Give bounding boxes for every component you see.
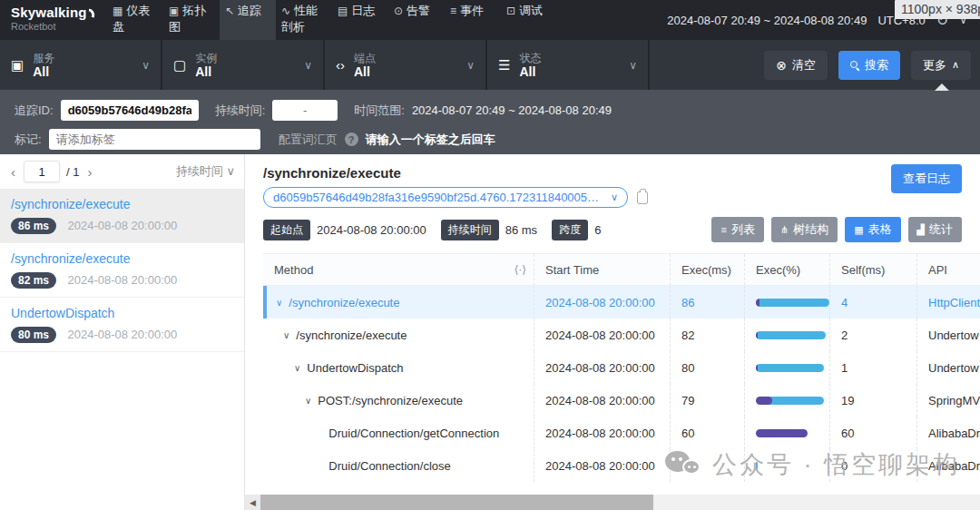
trace-list-item[interactable]: /synchronize/execute 86 ms 2024-08-08 20… <box>0 189 244 243</box>
trace-endpoint-name[interactable]: /synchronize/execute <box>11 251 233 266</box>
span-api: SpringMVC <box>916 384 980 417</box>
nav-item-topology[interactable]: ▣拓扑图 <box>163 0 220 40</box>
tag-input[interactable] <box>49 129 260 150</box>
nav-label: 日志 <box>351 4 375 17</box>
nav-item-alarm[interactable]: ⊙告警 <box>388 0 445 40</box>
view-logs-button[interactable]: 查看日志 <box>891 164 962 193</box>
trace-list-item[interactable]: /synchronize/execute 82 ms 2024-08-08 20… <box>0 243 244 298</box>
sort-dropdown[interactable]: 持续时间 ∨ <box>176 163 235 180</box>
filter-select-service[interactable]: ▣ 服务 All ∨ <box>0 40 162 90</box>
filter-label: 实例 <box>195 52 304 64</box>
horizontal-scrollbar[interactable]: ◀ <box>245 495 980 510</box>
span-start-time: 2024-08-08 20:00:00 <box>534 384 670 417</box>
view-icon: ▦ <box>854 224 863 236</box>
column-header[interactable]: Self(ms)⟨·⟩ <box>829 254 916 285</box>
trace-id-select[interactable]: d6059b57646d49b28fa316e9590bf25d.4760.17… <box>263 187 628 208</box>
chevron-down-icon[interactable]: ∨ <box>305 396 311 406</box>
view-icon: ▟ <box>917 224 925 236</box>
filter-label: 端点 <box>354 52 466 64</box>
column-header-label: API <box>928 263 947 277</box>
table-row[interactable]: ∨/synchronize/execute 2024-08-08 20:00:0… <box>263 286 980 319</box>
trace-endpoint-name[interactable]: UndertowDispatch <box>11 306 233 320</box>
column-resize-icon[interactable]: ⟨·⟩ <box>514 263 526 276</box>
span-method[interactable]: /synchronize/execute <box>289 296 399 309</box>
chevron-up-icon: ∧ <box>952 59 959 71</box>
nav-item-profile[interactable]: ∿性能剖析 <box>276 0 332 40</box>
page-total: / 1 <box>66 165 79 179</box>
app-logo[interactable]: Skywalking Rocketbot <box>0 0 107 40</box>
prev-page-icon[interactable]: ‹ <box>9 164 17 180</box>
view-toggle-button[interactable]: ≡列表 <box>711 217 763 242</box>
vocab-page-link[interactable]: 配置词汇页 <box>279 132 338 148</box>
self-time-bar <box>756 429 808 437</box>
table-row[interactable]: ∨UndertowDispatch 2024-08-08 20:00:00 80… <box>263 351 980 384</box>
view-toggle-button[interactable]: ⋔树结构 <box>771 217 838 242</box>
span-self-ms: 60 <box>829 417 916 449</box>
trace-list: /synchronize/execute 86 ms 2024-08-08 20… <box>0 189 244 352</box>
nav-item-debug[interactable]: ⊡调试 <box>501 0 557 40</box>
scrollbar-thumb[interactable] <box>260 495 653 510</box>
page-number-input[interactable] <box>24 161 60 182</box>
filter-select-instance[interactable]: ▢ 实例 All ∨ <box>162 40 325 90</box>
filter-select-status[interactable]: ☰ 状态 All ∨ <box>487 40 650 90</box>
filter-value: All <box>519 64 629 79</box>
span-method[interactable]: POST:/synchronize/execute <box>318 394 463 407</box>
trace-endpoint-name[interactable]: /synchronize/execute <box>11 197 233 211</box>
trace-title: /synchronize/execute <box>263 165 980 181</box>
copy-icon[interactable] <box>637 191 648 204</box>
trace-id-value: d6059b57646d49b28fa316e9590bf25d.4760.17… <box>273 191 605 204</box>
chevron-down-icon: ∨ <box>466 59 475 72</box>
nav-item-event[interactable]: ≡事件 <box>445 0 501 40</box>
span-exec-pct-cell <box>744 286 829 319</box>
scroll-left-icon[interactable]: ◀ <box>245 495 260 510</box>
column-header[interactable]: Exec(ms)⟨·⟩ <box>670 254 744 285</box>
duration-badge: 80 ms <box>11 327 56 343</box>
filter-actions: ⊗清空 搜索 更多∧ <box>764 40 980 90</box>
span-start-time: 2024-08-08 20:00:00 <box>534 351 670 384</box>
view-label: 树结构 <box>793 221 828 238</box>
view-toggle-button[interactable]: ▟统计 <box>908 217 962 242</box>
span-method[interactable]: /synchronize/execute <box>296 329 407 342</box>
help-icon[interactable]: ? <box>345 132 358 146</box>
chevron-down-icon[interactable]: ∨ <box>294 363 300 373</box>
table-row[interactable]: ∨Druid/Connection/close 2024-08-08 20:00… <box>263 449 980 482</box>
column-header[interactable]: Start Time⟨·⟩ <box>534 254 670 285</box>
search-button[interactable]: 搜索 <box>838 51 900 80</box>
span-api: Undertow <box>916 351 980 384</box>
view-toggle-button[interactable]: ▦表格 <box>845 217 900 242</box>
duration-input[interactable] <box>272 100 338 121</box>
table-row[interactable]: ∨POST:/synchronize/execute 2024-08-08 20… <box>263 384 980 417</box>
table-row[interactable]: ∨Druid/Connection/getConnection 2024-08-… <box>263 417 980 449</box>
trace-start-time: 2024-08-08 20:00:00 <box>67 219 177 232</box>
nav-item-log[interactable]: ▤日志 <box>332 0 388 40</box>
column-header[interactable]: Method⟨·⟩ <box>263 254 534 285</box>
trace-list-item[interactable]: UndertowDispatch 80 ms 2024-08-08 20:00:… <box>0 298 244 352</box>
table-row[interactable]: ∨/synchronize/execute 2024-08-08 20:00:0… <box>263 319 980 351</box>
span-exec-ms: 60 <box>670 417 744 449</box>
filter-select-endpoint[interactable]: ‹› 端点 All ∨ <box>325 40 487 90</box>
span-method[interactable]: Druid/Connection/getConnection <box>328 427 499 440</box>
span-method[interactable]: Druid/Connection/close <box>328 459 450 473</box>
logo-title: Skywalking <box>11 5 94 20</box>
filter-value: All <box>354 64 466 79</box>
next-page-icon[interactable]: › <box>85 164 93 180</box>
duration-value: 86 ms <box>505 223 537 237</box>
chevron-down-icon[interactable]: ∨ <box>276 298 282 308</box>
span-method[interactable]: UndertowDispatch <box>307 361 403 375</box>
pagination-bar: ‹ / 1 › 持续时间 ∨ <box>0 154 244 189</box>
service-icon: ▣ <box>11 57 24 74</box>
span-api: AlibabaDruid <box>916 449 980 482</box>
trace-id-input[interactable] <box>61 100 199 121</box>
span-exec-ms: 82 <box>670 319 744 351</box>
column-header[interactable]: Exec(%)⟨·⟩ <box>744 254 829 285</box>
chevron-down-icon[interactable]: ∨ <box>283 330 289 340</box>
more-button[interactable]: 更多∧ <box>911 51 971 80</box>
self-time-bar <box>756 299 760 307</box>
time-range-display[interactable]: 2024-08-07 20:49 ~ 2024-08-08 20:49 <box>667 14 867 27</box>
chevron-down-icon: ∨ <box>304 59 312 72</box>
nav-item-dashboard[interactable]: ▦仪表盘 <box>107 0 163 40</box>
clear-button[interactable]: ⊗清空 <box>764 51 828 80</box>
column-header[interactable]: API⟨·⟩ <box>916 254 980 285</box>
nav-item-trace[interactable]: ↖追踪 <box>220 0 276 40</box>
start-tag: 起始点 <box>263 220 310 240</box>
